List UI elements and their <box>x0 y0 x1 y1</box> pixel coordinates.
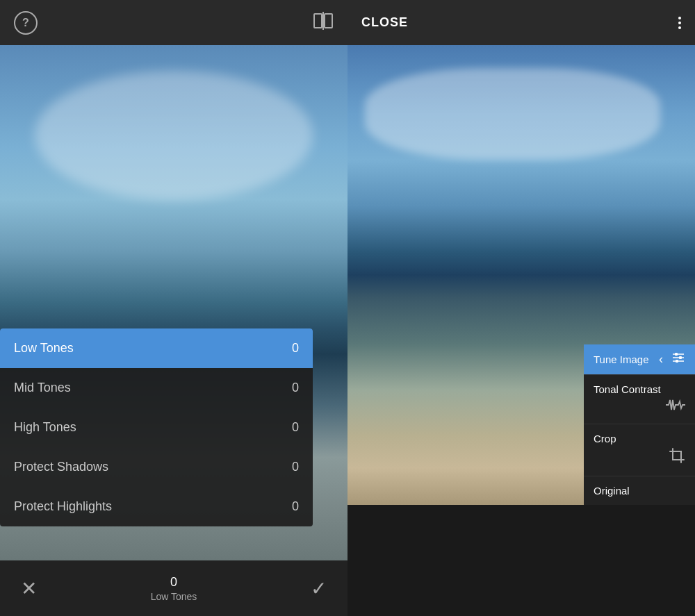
footer-center: 0 Low Tones <box>151 575 197 602</box>
menu-item-mid-tones[interactable]: Mid Tones 0 <box>0 368 313 408</box>
tune-image-label: Tune Image <box>594 353 649 365</box>
cancel-button[interactable]: ✕ <box>21 577 37 600</box>
svg-rect-8 <box>676 360 678 363</box>
compare-icon <box>313 12 334 30</box>
crop-item[interactable]: Crop <box>584 424 695 476</box>
right-photo: Tune Image ‹ <box>348 45 695 505</box>
menu-item-protect-shadows[interactable]: Protect Shadows 0 <box>0 447 313 487</box>
tune-image-button[interactable]: Tune Image ‹ <box>584 344 695 374</box>
crop-icon <box>669 447 685 467</box>
dot-3 <box>678 26 681 29</box>
crop-label: Crop <box>594 433 685 444</box>
tune-image-controls: ‹ <box>659 351 685 367</box>
original-label: Original <box>594 485 685 497</box>
mid-tones-value: 0 <box>292 381 299 395</box>
protect-shadows-label: Protect Shadows <box>14 460 108 474</box>
left-header: ? <box>0 0 348 45</box>
protect-highlights-label: Protect Highlights <box>14 499 112 514</box>
low-tones-value: 0 <box>292 341 299 356</box>
footer-value: 0 <box>170 575 177 590</box>
confirm-button[interactable]: ✓ <box>311 577 327 600</box>
menu-item-high-tones[interactable]: High Tones 0 <box>0 408 313 447</box>
high-tones-value: 0 <box>292 420 299 435</box>
original-item[interactable]: Original <box>584 476 695 505</box>
footer-label: Low Tones <box>151 591 197 602</box>
tonal-contrast-label: Tonal Contrast <box>594 383 685 395</box>
tonal-contrast-item[interactable]: Tonal Contrast <box>584 374 695 424</box>
svg-rect-1 <box>325 14 332 28</box>
dot-2 <box>678 22 681 24</box>
compare-button[interactable] <box>313 12 334 34</box>
right-toolbar: Tune Image ‹ <box>584 344 695 505</box>
dot-1 <box>678 17 681 19</box>
high-tones-label: High Tones <box>14 420 76 435</box>
tune-sliders-button[interactable] <box>671 351 685 367</box>
left-panel: ? Low Tones 0 Mid Tones 0 <box>0 0 348 616</box>
right-header: CLOSE <box>348 0 695 45</box>
tune-back-button[interactable]: ‹ <box>659 352 663 367</box>
more-button[interactable] <box>678 17 681 29</box>
menu-item-low-tones[interactable]: Low Tones 0 <box>0 328 313 368</box>
protect-highlights-value: 0 <box>292 499 299 514</box>
tonal-contrast-icon <box>666 398 685 415</box>
help-button[interactable]: ? <box>14 11 38 35</box>
protect-shadows-value: 0 <box>292 460 299 474</box>
svg-rect-7 <box>679 356 682 359</box>
svg-rect-6 <box>675 353 678 356</box>
close-button[interactable]: CLOSE <box>361 15 408 30</box>
mid-tones-label: Mid Tones <box>14 381 71 395</box>
waveform-icon <box>666 398 685 412</box>
tonal-contrast-menu: Low Tones 0 Mid Tones 0 High Tones 0 Pro… <box>0 328 313 526</box>
right-bottom-area <box>348 505 695 616</box>
svg-rect-0 <box>314 14 322 28</box>
help-icon: ? <box>22 17 29 29</box>
low-tones-label: Low Tones <box>14 341 74 356</box>
menu-item-protect-highlights[interactable]: Protect Highlights 0 <box>0 487 313 526</box>
sliders-icon <box>671 351 685 364</box>
left-photo: Low Tones 0 Mid Tones 0 High Tones 0 Pro… <box>0 45 348 560</box>
crop-svg-icon <box>669 447 685 464</box>
right-panel: CLOSE Tune Image ‹ <box>348 0 695 616</box>
left-footer: ✕ 0 Low Tones ✓ <box>0 560 348 616</box>
